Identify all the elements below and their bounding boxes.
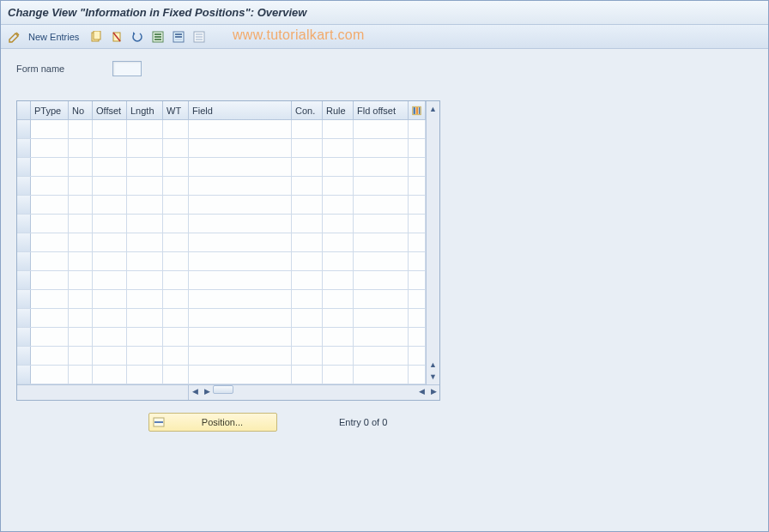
row-selector[interactable]	[17, 290, 31, 308]
row-selector[interactable]	[17, 309, 31, 327]
cell-field[interactable]	[189, 233, 292, 251]
row-selector[interactable]	[17, 120, 31, 138]
cell-wt[interactable]	[163, 309, 189, 327]
cell-rule[interactable]	[323, 139, 354, 157]
cell-wt[interactable]	[163, 215, 189, 233]
cell-no[interactable]	[69, 120, 93, 138]
cell-field[interactable]	[189, 120, 292, 138]
scroll-down2-icon[interactable]: ▼	[427, 371, 439, 383]
cell-fldoffset[interactable]	[354, 252, 409, 270]
cell-offset[interactable]	[93, 328, 127, 346]
scroll-up-icon[interactable]: ▲	[427, 103, 439, 115]
row-selector[interactable]	[17, 271, 31, 289]
cell-field[interactable]	[189, 366, 292, 384]
col-header-offset[interactable]: Offset	[93, 101, 127, 119]
cell-fldoffset[interactable]	[354, 233, 409, 251]
cell-con[interactable]	[292, 290, 323, 308]
cell-no[interactable]	[69, 196, 93, 214]
table-row[interactable]	[17, 252, 426, 271]
row-selector[interactable]	[17, 328, 31, 346]
cell-offset[interactable]	[93, 252, 127, 270]
cell-field[interactable]	[189, 252, 292, 270]
row-selector[interactable]	[17, 252, 31, 270]
cell-ptype[interactable]	[31, 139, 69, 157]
cell-ptype[interactable]	[31, 309, 69, 327]
table-row[interactable]	[17, 139, 426, 158]
cell-ptype[interactable]	[31, 196, 69, 214]
toggle-display-change-icon[interactable]	[6, 28, 23, 45]
table-row[interactable]	[17, 158, 426, 177]
cell-no[interactable]	[69, 139, 93, 157]
cell-rule[interactable]	[323, 328, 354, 346]
hscroll-right-icon[interactable]: ▶	[201, 385, 213, 397]
cell-wt[interactable]	[163, 328, 189, 346]
cell-fldoffset[interactable]	[354, 139, 409, 157]
cell-wt[interactable]	[163, 347, 189, 365]
cell-lngth[interactable]	[127, 177, 163, 195]
cell-ptype[interactable]	[31, 120, 69, 138]
cell-lngth[interactable]	[127, 290, 163, 308]
cell-con[interactable]	[292, 271, 323, 289]
table-row[interactable]	[17, 177, 426, 196]
cell-lngth[interactable]	[127, 271, 163, 289]
cell-rule[interactable]	[323, 252, 354, 270]
cell-offset[interactable]	[93, 158, 127, 176]
cell-no[interactable]	[69, 309, 93, 327]
vertical-scrollbar[interactable]: ▲ ▲ ▼	[426, 101, 439, 384]
cell-con[interactable]	[292, 366, 323, 384]
cell-offset[interactable]	[93, 177, 127, 195]
row-selector[interactable]	[17, 347, 31, 365]
cell-offset[interactable]	[93, 215, 127, 233]
cell-field[interactable]	[189, 271, 292, 289]
cell-rule[interactable]	[323, 196, 354, 214]
cell-field[interactable]	[189, 347, 292, 365]
col-header-rule[interactable]: Rule	[323, 101, 354, 119]
scroll-down-icon[interactable]: ▲	[427, 359, 439, 371]
cell-field[interactable]	[189, 139, 292, 157]
cell-no[interactable]	[69, 271, 93, 289]
row-selector[interactable]	[17, 139, 31, 157]
cell-ptype[interactable]	[31, 158, 69, 176]
table-row[interactable]	[17, 233, 426, 252]
cell-rule[interactable]	[323, 158, 354, 176]
col-header-fldoffset[interactable]: Fld offset	[354, 101, 409, 119]
col-header-wt[interactable]: WT	[163, 101, 189, 119]
cell-con[interactable]	[292, 120, 323, 138]
cell-con[interactable]	[292, 328, 323, 346]
cell-offset[interactable]	[93, 347, 127, 365]
table-row[interactable]	[17, 347, 426, 366]
cell-offset[interactable]	[93, 366, 127, 384]
cell-con[interactable]	[292, 309, 323, 327]
cell-no[interactable]	[69, 233, 93, 251]
cell-rule[interactable]	[323, 290, 354, 308]
cell-field[interactable]	[189, 290, 292, 308]
cell-con[interactable]	[292, 233, 323, 251]
row-selector[interactable]	[17, 177, 31, 195]
cell-no[interactable]	[69, 290, 93, 308]
cell-fldoffset[interactable]	[354, 177, 409, 195]
cell-con[interactable]	[292, 177, 323, 195]
cell-offset[interactable]	[93, 290, 127, 308]
hscroll-left2-icon[interactable]: ◀	[415, 385, 427, 397]
cell-fldoffset[interactable]	[354, 366, 409, 384]
cell-lngth[interactable]	[127, 158, 163, 176]
row-selector[interactable]	[17, 196, 31, 214]
cell-wt[interactable]	[163, 177, 189, 195]
table-row[interactable]	[17, 290, 426, 309]
hscroll-left-icon[interactable]: ◀	[189, 385, 201, 397]
cell-rule[interactable]	[323, 177, 354, 195]
cell-ptype[interactable]	[31, 215, 69, 233]
cell-lngth[interactable]	[127, 139, 163, 157]
hscroll-thumb[interactable]	[213, 385, 233, 394]
hscroll-track[interactable]	[233, 385, 415, 400]
table-row[interactable]	[17, 328, 426, 347]
cell-field[interactable]	[189, 158, 292, 176]
cell-no[interactable]	[69, 347, 93, 365]
deselect-all-icon[interactable]	[191, 28, 208, 45]
cell-fldoffset[interactable]	[354, 215, 409, 233]
cell-wt[interactable]	[163, 120, 189, 138]
cell-lngth[interactable]	[127, 233, 163, 251]
select-block-icon[interactable]	[170, 28, 187, 45]
row-selector[interactable]	[17, 215, 31, 233]
cell-lngth[interactable]	[127, 366, 163, 384]
